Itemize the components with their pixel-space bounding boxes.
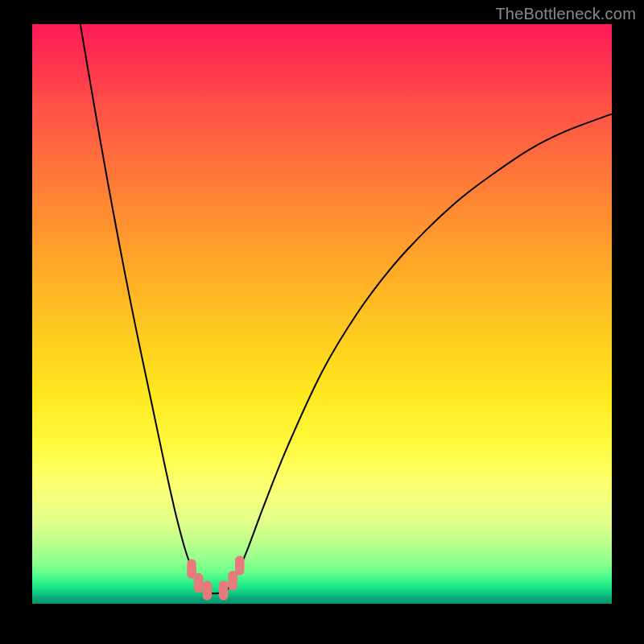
valley-marker [219,580,229,600]
curve-right-branch [226,114,612,592]
watermark-text: TheBottleneck.com [495,5,636,23]
bottleneck-curve-svg [32,24,612,604]
valley-marker [228,571,237,590]
valley-marker [194,573,204,592]
valley-marker [235,555,245,575]
curve-left-branch [80,24,206,591]
valley-marker [203,580,213,600]
chart-plot-area [32,24,612,604]
